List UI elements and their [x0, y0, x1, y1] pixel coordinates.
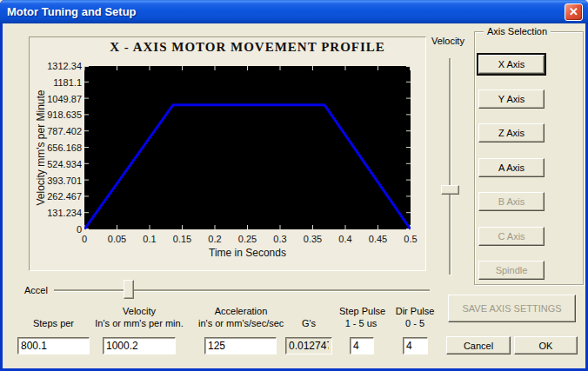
axis-button-x-axis[interactable]: X Axis — [478, 55, 545, 74]
steps-per-label: Steps per — [17, 318, 90, 328]
dir-pulse-range: 0 - 5 — [393, 318, 437, 328]
profile-line — [84, 105, 411, 229]
axis-button-b-axis: B Axis — [478, 192, 545, 211]
close-icon: ✕ — [569, 5, 578, 18]
motor-tuning-dialog: Motor Tuning and Setup ✕ X - AXIS MOTOR … — [0, 0, 588, 371]
velocity-slider-thumb[interactable] — [441, 185, 459, 195]
y-tick-label: 656.168 — [38, 142, 82, 153]
y-tick-label: 393.701 — [38, 176, 82, 186]
x-tick-label: 0 — [67, 234, 102, 244]
x-tick-label: 0.15 — [165, 234, 200, 244]
x-tick-label: 0.3 — [263, 234, 297, 244]
x-tick-label: 0.05 — [100, 234, 135, 244]
velocity-input[interactable] — [103, 337, 176, 354]
profile-line-chart — [84, 66, 411, 229]
acceleration-input[interactable] — [204, 337, 277, 354]
chart-title: X - AXIS MOTOR MOVEMENT PROFILE — [84, 40, 411, 55]
gs-field-label: G's — [285, 318, 332, 328]
x-tick-label: 0.2 — [197, 234, 232, 244]
x-tick-label: 0.5 — [393, 234, 428, 244]
dir-pulse-label: Dir Pulse — [393, 306, 437, 316]
save-axis-settings-button[interactable]: SAVE AXIS SETTINGS — [448, 295, 576, 322]
acceleration-field-label: Acceleration — [198, 306, 284, 316]
y-tick-label: 524.934 — [38, 159, 82, 169]
y-tick-label: 918.635 — [38, 109, 82, 120]
axis-button-y-axis[interactable]: Y Axis — [478, 89, 545, 109]
steps-per-input[interactable] — [17, 337, 90, 354]
velocity-field-units: In's or mm's per min. — [94, 318, 184, 328]
cancel-button[interactable]: Cancel — [446, 336, 511, 354]
velocity-slider-track[interactable] — [449, 58, 451, 275]
axis-button-c-axis: C Axis — [478, 227, 545, 246]
velocity-slider-label: Velocity — [431, 36, 464, 46]
y-tick-label: 1312.34 — [38, 61, 82, 71]
y-tick-label: 1181.1 — [38, 77, 82, 88]
step-pulse-range: 1 - 5 us — [339, 318, 383, 328]
x-tick-label: 0.1 — [132, 234, 167, 244]
axis-button-spindle: Spindle — [478, 261, 545, 280]
velocity-profile-plot — [84, 66, 411, 229]
axis-button-z-axis[interactable]: Z Axis — [478, 123, 545, 142]
y-tick-label: 131.234 — [38, 208, 82, 218]
step-pulse-input[interactable] — [350, 337, 374, 354]
x-tick-label: 0.25 — [231, 234, 265, 244]
x-axis-title: Time in Seconds — [84, 247, 411, 259]
y-tick-label: 787.402 — [38, 126, 82, 136]
step-pulse-label: Step Pulse — [339, 306, 383, 316]
dir-pulse-input[interactable] — [403, 337, 428, 354]
velocity-field-label: Velocity — [94, 306, 184, 316]
ok-button[interactable]: OK — [514, 336, 578, 354]
title-bar[interactable]: Motor Tuning and Setup ✕ — [0, 0, 588, 23]
accel-slider-track[interactable] — [54, 289, 430, 291]
x-tick-label: 0.45 — [361, 234, 396, 244]
axis-selection-title: Axis Selection — [484, 26, 551, 36]
close-button[interactable]: ✕ — [565, 3, 583, 21]
accel-slider-label: Accel — [24, 285, 48, 295]
gs-readout — [285, 337, 332, 354]
axis-button-a-axis[interactable]: A Axis — [478, 158, 545, 177]
acceleration-field-units: in's or mm's/sec/sec — [198, 318, 284, 328]
window-title: Motor Tuning and Setup — [7, 0, 137, 23]
x-tick-label: 0.4 — [328, 234, 363, 244]
x-tick-label: 0.35 — [296, 234, 331, 244]
y-tick-label: 1049.87 — [38, 94, 82, 104]
accel-slider-thumb[interactable] — [124, 280, 134, 299]
y-tick-label: 262.467 — [38, 191, 82, 202]
